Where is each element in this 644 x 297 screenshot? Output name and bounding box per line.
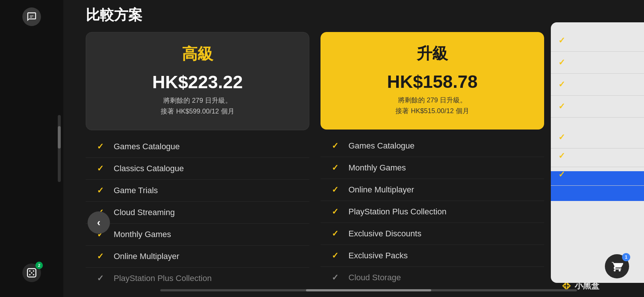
feature-label: Game Trials (114, 186, 158, 195)
premium-plan-title: 高級 (101, 44, 294, 64)
feature-classics-catalogue: ✓ Classics Catalogue (86, 158, 309, 180)
feature-game-trials: ✓ Game Trials (86, 180, 309, 202)
check-icon: ✓ (97, 274, 106, 283)
check-icon: ✓ (97, 164, 106, 173)
premium-plan-price: HK$223.22 (101, 72, 294, 92)
feature-label: Cloud Streaming (114, 208, 175, 217)
feature-label: Online Multiplayer (114, 252, 179, 261)
scrollbar-thumb (306, 289, 431, 291)
sidebar-bottom-icons: 2 (22, 264, 41, 282)
check-icon: ✓ (332, 251, 341, 261)
feature-online-multiplayer: ✓ Online Multiplayer (86, 246, 309, 268)
feature-label: PlayStation Plus Collection (114, 274, 212, 283)
upgrade-plan-header: 升級 HK$158.78 將剩餘的 279 日升級。 接著 HK$515.00/… (321, 32, 544, 130)
third-plan-partial: ✓ ✓ ✓ ✓ ✓ ✓ ✓ (551, 22, 644, 283)
dice-icon-wrapper: 2 (22, 264, 41, 282)
premium-features-list: ✓ Games Catalogue ✓ Classics Catalogue ✓… (86, 132, 309, 293)
scroll-thumb (58, 126, 61, 148)
upgrade-plan-price: HK$158.78 (335, 71, 529, 92)
feature-label: Games Catalogue (114, 142, 180, 151)
feature-label: Online Multiplayer (348, 185, 414, 195)
feature-label: Exclusive Discounts (348, 229, 422, 239)
feature-label: Games Catalogue (348, 141, 414, 151)
upgrade-feature-cloud-storage: ✓ Cloud Storage (321, 267, 544, 288)
upgrade-feature-exclusive-discounts: ✓ Exclusive Discounts (321, 223, 544, 245)
svg-point-3 (29, 274, 31, 275)
premium-plan-card: 高級 HK$223.22 將剩餘的 279 日升級。 接著 HK$599.00/… (86, 32, 309, 293)
svg-point-1 (29, 270, 31, 272)
check-icon: ✓ (332, 229, 341, 239)
check-icon: ✓ (97, 142, 106, 151)
chat-icon-button[interactable] (22, 7, 41, 26)
feature-ps-plus-collection: ✓ PlayStation Plus Collection (86, 268, 309, 289)
upgrade-feature-online-multiplayer: ✓ Online Multiplayer (321, 179, 544, 201)
svg-point-5 (31, 272, 32, 274)
premium-plan-subtitle: 將剩餘的 279 日升級。 接著 HK$599.00/12 個月 (101, 95, 294, 117)
svg-point-2 (33, 270, 34, 272)
cart-button[interactable]: 1 (605, 254, 629, 278)
check-icon: ✓ (332, 141, 341, 151)
upgrade-plan-subtitle: 將剩餘的 279 日升級。 接著 HK$515.00/12 個月 (335, 95, 529, 116)
svg-point-4 (33, 274, 34, 275)
horizontal-scrollbar[interactable] (160, 289, 577, 291)
upgrade-feature-exclusive-packs: ✓ Exclusive Packs (321, 245, 544, 267)
feature-label: PlayStation Plus Collection (348, 207, 446, 217)
feature-label: Monthly Games (348, 163, 406, 173)
check-icon: ✓ (97, 186, 106, 195)
page-container: 2 比較方案 高級 HK$223.22 將剩餘的 279 日升級。 接著 HK$… (0, 0, 644, 297)
feature-cloud-streaming: ✓ Cloud Streaming (86, 202, 309, 224)
cart-icon (611, 261, 623, 272)
upgrade-plan-card: 升級 HK$158.78 將剩餘的 279 日升級。 接著 HK$515.00/… (321, 32, 544, 293)
check-icon: ✓ (332, 163, 341, 173)
check-icon: ✓ (97, 252, 106, 261)
feature-label: Exclusive Packs (348, 251, 408, 261)
upgrade-features-list: ✓ Games Catalogue ✓ Monthly Games ✓ Onli… (321, 131, 544, 292)
dice-badge: 2 (35, 262, 43, 269)
feature-label: Classics Catalogue (114, 164, 184, 173)
upgrade-feature-games-catalogue: ✓ Games Catalogue (321, 135, 544, 157)
sidebar: 2 (0, 0, 63, 297)
feature-monthly-games: ✓ Monthly Games (86, 224, 309, 246)
scroll-indicator (58, 115, 61, 182)
premium-plan-header: 高級 HK$223.22 將剩餘的 279 日升級。 接著 HK$599.00/… (86, 32, 309, 130)
upgrade-feature-ps-plus-collection: ✓ PlayStation Plus Collection (321, 201, 544, 223)
upgrade-plan-title: 升級 (335, 43, 529, 64)
feature-games-catalogue: ✓ Games Catalogue (86, 136, 309, 158)
back-arrow-icon: ‹ (97, 217, 100, 229)
check-icon: ✓ (332, 273, 341, 282)
cart-badge: 1 (622, 253, 630, 261)
feature-label: Monthly Games (114, 230, 171, 239)
check-icon: ✓ (332, 207, 341, 217)
feature-label: Cloud Storage (348, 273, 401, 282)
upgrade-feature-monthly-games: ✓ Monthly Games (321, 157, 544, 179)
back-button[interactable]: ‹ (88, 211, 110, 234)
check-icon: ✓ (332, 185, 341, 195)
